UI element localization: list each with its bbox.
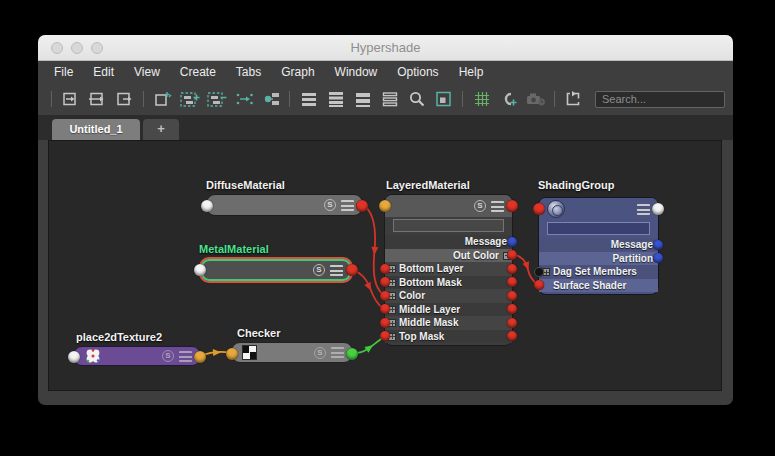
layered-node-header[interactable]: S	[385, 195, 512, 217]
port-layered-message-out[interactable]	[507, 237, 517, 247]
layered-swatch[interactable]	[393, 219, 504, 232]
menu-create[interactable]: Create	[170, 61, 226, 83]
node-place2dtexture2[interactable]: S	[73, 346, 201, 366]
port-sg-partition-out[interactable]	[653, 253, 663, 263]
render-snapshot-icon[interactable]	[522, 87, 549, 111]
layout-rows-2-icon[interactable]	[322, 87, 349, 111]
toggle-grid-icon[interactable]	[468, 87, 495, 111]
menu-edit[interactable]: Edit	[83, 61, 124, 83]
port-layered-middlelayer-in[interactable]	[380, 304, 390, 314]
port-layered-color-in[interactable]	[380, 291, 390, 301]
titlebar[interactable]: Hypershade	[38, 35, 733, 61]
menu-window[interactable]: Window	[325, 61, 388, 83]
port-place2d-out[interactable]	[194, 351, 206, 363]
search-input[interactable]	[595, 91, 725, 108]
rearrange-graph-icon[interactable]	[230, 87, 257, 111]
layout-rows-4-icon[interactable]	[376, 87, 403, 111]
layered-swatch-row	[385, 217, 512, 235]
swatch-badge-icon[interactable]: S	[313, 264, 325, 276]
refresh-swatches-icon[interactable]	[560, 87, 587, 111]
attr-row-color[interactable]: Color	[385, 289, 512, 303]
node-menu-icon[interactable]	[341, 200, 354, 211]
swatch-badge-icon[interactable]: S	[314, 347, 326, 359]
attr-row-bottommask[interactable]: Bottom Mask	[385, 276, 512, 290]
port-sg-surfaceshader-in[interactable]	[534, 280, 544, 290]
add-tab-button[interactable]: +	[143, 119, 179, 140]
node-shadinggroup[interactable]: Message Partition Dag Set Members Surfac…	[538, 197, 659, 295]
attr-row-sg-message[interactable]: Message	[539, 238, 658, 252]
port-layered-output[interactable]	[506, 200, 518, 212]
port-sg-output[interactable]	[652, 203, 664, 215]
node-menu-icon[interactable]	[179, 351, 192, 362]
frame-all-icon[interactable]	[430, 87, 457, 111]
node-metalmaterial[interactable]: S	[199, 257, 353, 283]
port-layered-outcolor-out[interactable]	[507, 250, 517, 260]
node-menu-icon[interactable]	[491, 201, 504, 212]
menu-file[interactable]: File	[44, 61, 83, 83]
menu-options[interactable]: Options	[387, 61, 448, 83]
port-sg-message-out[interactable]	[653, 240, 663, 250]
sg-swatch[interactable]	[547, 222, 650, 235]
port-place2d-input[interactable]	[68, 351, 80, 363]
port-metal-input[interactable]	[194, 264, 206, 276]
port-layered-bottommask-out[interactable]	[507, 277, 517, 287]
layout-rows-3-icon[interactable]	[349, 87, 376, 111]
graph-output-connections-icon[interactable]	[111, 87, 138, 111]
port-layered-input[interactable]	[379, 200, 391, 212]
wire-metal-to-middlelayer[interactable]	[353, 270, 383, 308]
pin-selected-icon[interactable]	[257, 87, 284, 111]
graph-input-output-connections-icon[interactable]	[84, 87, 111, 111]
attr-row-middlemask[interactable]: Middle Mask	[385, 316, 512, 330]
node-menu-icon[interactable]	[331, 347, 344, 358]
attr-row-sg-dagsetmembers[interactable]: Dag Set Members	[539, 265, 658, 279]
node-graph-canvas[interactable]: DiffuseMaterial MetalMaterial LayeredMat…	[48, 140, 722, 391]
attr-row-sg-partition[interactable]: Partition	[539, 252, 658, 266]
port-layered-bottomlayer-in[interactable]	[380, 264, 390, 274]
shadinggroup-node-header[interactable]	[539, 198, 658, 220]
port-layered-topmask-in[interactable]	[380, 331, 390, 341]
node-menu-icon[interactable]	[637, 204, 650, 215]
swatch-badge-icon[interactable]: S	[324, 199, 336, 211]
attr-row-topmask[interactable]: Top Mask	[385, 330, 512, 344]
swatch-badge-icon[interactable]: S	[162, 350, 174, 362]
menu-graph[interactable]: Graph	[271, 61, 324, 83]
attr-row-middlelayer[interactable]: Middle Layer	[385, 303, 512, 317]
port-checker-outcolor[interactable]	[346, 348, 358, 360]
zoom-to-selection-icon[interactable]	[403, 87, 430, 111]
attr-label: Bottom Mask	[399, 277, 462, 288]
swatch-badge-icon[interactable]: S	[474, 200, 486, 212]
port-metal-outcolor[interactable]	[346, 264, 358, 276]
layout-rows-1-icon[interactable]	[295, 87, 322, 111]
port-diffuse-outcolor[interactable]	[356, 200, 368, 212]
attr-row-sg-surfaceshader[interactable]: Surface Shader	[539, 279, 658, 293]
port-checker-uv-in[interactable]	[226, 348, 238, 360]
add-selected-to-graph-icon[interactable]	[176, 87, 203, 111]
node-checker[interactable]: S	[231, 342, 353, 363]
port-layered-color-out[interactable]	[507, 291, 517, 301]
port-diffuse-input[interactable]	[201, 200, 213, 212]
attr-label: Message	[611, 239, 653, 250]
snap-to-grid-icon[interactable]	[495, 87, 522, 111]
graph-input-connections-icon[interactable]	[57, 87, 84, 111]
port-layered-bottommask-in[interactable]	[380, 277, 390, 287]
node-menu-icon[interactable]	[330, 265, 343, 276]
remove-selected-from-graph-icon[interactable]	[203, 87, 230, 111]
attr-row-outcolor[interactable]: Out Color	[385, 249, 512, 263]
port-layered-middlelayer-out[interactable]	[507, 304, 517, 314]
tab-untitled-1[interactable]: Untitled_1	[52, 119, 140, 140]
attr-row-message[interactable]: Message	[385, 235, 512, 249]
node-diffusematerial[interactable]: S	[206, 194, 363, 216]
node-layeredmaterial[interactable]: S Message Out Color	[384, 194, 513, 346]
clear-graph-icon[interactable]	[149, 87, 176, 111]
menu-help[interactable]: Help	[449, 61, 494, 83]
port-layered-bottomlayer-out[interactable]	[507, 264, 517, 274]
port-layered-topmask-out[interactable]	[507, 331, 517, 341]
port-sg-input[interactable]	[533, 203, 545, 215]
port-layered-middlemask-in[interactable]	[380, 318, 390, 328]
attr-row-bottomlayer[interactable]: Bottom Layer	[385, 262, 512, 276]
menu-tabs[interactable]: Tabs	[226, 61, 271, 83]
node-title-checker: Checker	[237, 327, 280, 339]
menu-view[interactable]: View	[124, 61, 170, 83]
port-layered-middlemask-out[interactable]	[507, 318, 517, 328]
port-sg-dagsetmembers-in[interactable]	[534, 267, 544, 277]
